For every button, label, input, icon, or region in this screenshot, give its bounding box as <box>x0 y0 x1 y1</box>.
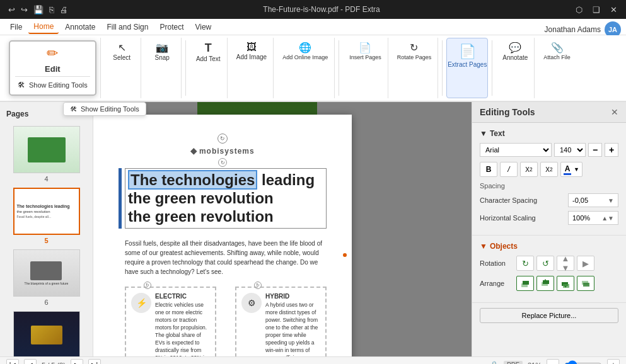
insert-pages-btn[interactable]: 📄 Insert Pages <box>347 40 384 62</box>
menu-home[interactable]: Home <box>28 20 59 34</box>
rotate-handle[interactable]: ↻ <box>217 134 228 144</box>
pdf-heading[interactable]: ↻ The technologies leading the green rev… <box>119 168 327 229</box>
ribbon-group-snap: 📷 Snap <box>144 38 182 98</box>
menu-view[interactable]: View <box>190 21 216 33</box>
extract-pages-icon: 📄 <box>459 43 476 60</box>
pdf-logo: ◆ mobisystems <box>119 146 327 156</box>
save-btn[interactable]: 💾 <box>32 4 45 15</box>
objects-section: ▼ Objects Rotation ↻ ↺ ▲▼ ▶ Arrange <box>472 236 626 303</box>
panel-header: Editing Tools ✕ <box>472 102 626 123</box>
add-image-icon: 🖼 <box>246 42 257 53</box>
electric-section: ↻ ⚡ ELECTRIC Electric vehicles use one o… <box>125 287 216 356</box>
next-page-btn[interactable]: ▶ <box>71 359 83 365</box>
menu-file[interactable]: File <box>5 21 27 33</box>
print-btn[interactable]: 🖨 <box>58 4 70 15</box>
horizontal-scaling-row: Horizontal Scaling 100% ▲▼ <box>480 211 618 225</box>
thumb-image-4 <box>13 126 80 173</box>
font-select[interactable]: Arial <box>480 143 552 157</box>
select-icon: ↖ <box>118 42 126 54</box>
menu-fill-sign[interactable]: Fill and Sign <box>101 21 153 33</box>
pages-sidebar: Pages 4 The technologies leading the gre… <box>0 102 93 356</box>
ribbon-group-attach-file: 📎 Attach File <box>537 38 577 98</box>
character-spacing-row: Character Spacing -0,05 ▼ <box>480 193 618 207</box>
thumb-image-5: The technologies leading the green revol… <box>13 188 80 235</box>
horiz-scale-value[interactable]: 100% ▲▼ <box>568 211 618 225</box>
ribbon-group-rotate: ↻ Rotate Pages <box>391 38 439 98</box>
extract-pages-btn[interactable]: 📄 Extract Pages <box>451 41 484 71</box>
text-section-header: ▼ Text <box>480 129 618 138</box>
pdf-content-area: ↻ ◆ mobisystems ↻ The technologies leadi… <box>93 102 472 356</box>
text-collapse-icon: ▼ <box>480 129 487 138</box>
menu-protect[interactable]: Protect <box>154 21 188 33</box>
maximize-btn[interactable]: ❑ <box>590 5 603 14</box>
size-decrease-btn[interactable]: − <box>588 143 602 157</box>
italic-btn[interactable]: / <box>500 162 518 177</box>
attach-file-icon: 📎 <box>551 42 564 54</box>
copy-btn[interactable]: ⎘ <box>47 4 56 15</box>
add-online-image-btn[interactable]: 🌐 Add Online Image <box>280 40 330 62</box>
select-btn[interactable]: ↖ Select <box>110 40 133 62</box>
window-title: The-Future-is-Now.pdf - PDF Extra <box>263 5 380 14</box>
bring-forward-btn[interactable] <box>536 276 554 291</box>
close-btn[interactable]: ✕ <box>608 5 620 14</box>
zoom-slider[interactable] <box>564 360 602 365</box>
superscript-btn[interactable]: X2 <box>540 162 558 177</box>
pdf-badge: PDF <box>504 361 523 364</box>
rotation-buttons: ↻ ↺ ▲▼ ▶ <box>516 256 594 271</box>
panel-title: Editing Tools <box>480 107 535 117</box>
flip-v-btn[interactable]: ▲▼ <box>557 256 574 271</box>
size-select[interactable]: 140 <box>554 143 586 157</box>
zoom-out-btn[interactable]: − <box>547 359 559 365</box>
rotation-label: Rotation <box>480 259 511 267</box>
size-increase-btn[interactable]: + <box>605 143 618 157</box>
pdf-body-text: Fossil fuels, despite all their disadvan… <box>119 239 327 276</box>
thumb-num-6: 6 <box>44 299 48 306</box>
svg-rect-7 <box>583 283 589 287</box>
snap-btn[interactable]: 📷 Snap <box>151 40 173 62</box>
attach-file-btn[interactable]: 📎 Attach File <box>541 40 573 62</box>
thumbnail-5[interactable]: The technologies leading the green revol… <box>0 185 93 247</box>
char-spacing-value[interactable]: -0,05 ▼ <box>568 193 618 207</box>
send-to-back-btn[interactable] <box>577 276 594 291</box>
panel-close-btn[interactable]: ✕ <box>611 107 618 117</box>
thumbnail-4[interactable]: 4 <box>0 123 93 185</box>
thumbnail-7[interactable]: 7 <box>0 309 93 356</box>
add-image-btn[interactable]: 🖼 Add Image <box>234 40 269 62</box>
thumbnail-6[interactable]: The blueprints of a green future 6 <box>0 247 93 309</box>
prev-page-btn[interactable]: ◀ <box>24 359 37 365</box>
underline-color-btn[interactable]: A ▼ <box>560 162 583 177</box>
thumb-num-5: 5 <box>44 237 48 244</box>
flip-h-btn[interactable]: ▶ <box>577 256 594 271</box>
add-text-btn[interactable]: T Add Text <box>194 40 223 64</box>
bold-btn[interactable]: B <box>480 162 497 177</box>
rotate-icon: ↻ <box>410 42 418 54</box>
show-editing-tools-popup[interactable]: 🛠 Show Editing Tools <box>63 102 146 116</box>
replace-picture-btn[interactable]: Replace Picture... <box>480 308 618 323</box>
arrange-buttons <box>516 276 594 291</box>
arrange-label: Arrange <box>480 280 511 287</box>
rotate-ccw-btn[interactable]: ↺ <box>536 256 554 271</box>
rotate-btn[interactable]: ↻ Rotate Pages <box>395 40 434 62</box>
undo-btn[interactable]: ↩ <box>6 4 17 15</box>
edit-label: Edit <box>45 64 61 74</box>
zoom-level: 31% <box>528 361 542 365</box>
thumb-image-7 <box>13 311 80 356</box>
user-name: Jonathan Adams <box>545 25 601 34</box>
first-page-btn[interactable]: |◀ <box>6 359 19 365</box>
menu-annotate[interactable]: Annotate <box>60 21 100 33</box>
format-row: B / X2 X2 A ▼ <box>480 162 618 177</box>
annotate-btn[interactable]: 💬 Annotate <box>500 40 530 62</box>
subscript-btn[interactable]: X2 <box>520 162 538 177</box>
snap-icon: 📷 <box>156 42 168 54</box>
last-page-btn[interactable]: ▶| <box>88 359 101 365</box>
ribbon-group-edit: ✏ Edit 🛠 Show Editing Tools <box>5 38 101 98</box>
show-editing-tools-btn[interactable]: 🛠 Show Editing Tools <box>15 79 90 91</box>
bring-to-front-btn[interactable] <box>516 276 534 291</box>
zoom-in-btn[interactable]: + <box>607 359 620 365</box>
send-backward-btn[interactable] <box>557 276 574 291</box>
arrange-row: Arrange <box>480 276 618 291</box>
rotate-cw-btn[interactable]: ↻ <box>516 256 534 271</box>
minimize-btn[interactable]: ⬡ <box>573 5 585 14</box>
add-online-image-icon: 🌐 <box>299 42 311 54</box>
redo-btn[interactable]: ↪ <box>19 4 30 15</box>
